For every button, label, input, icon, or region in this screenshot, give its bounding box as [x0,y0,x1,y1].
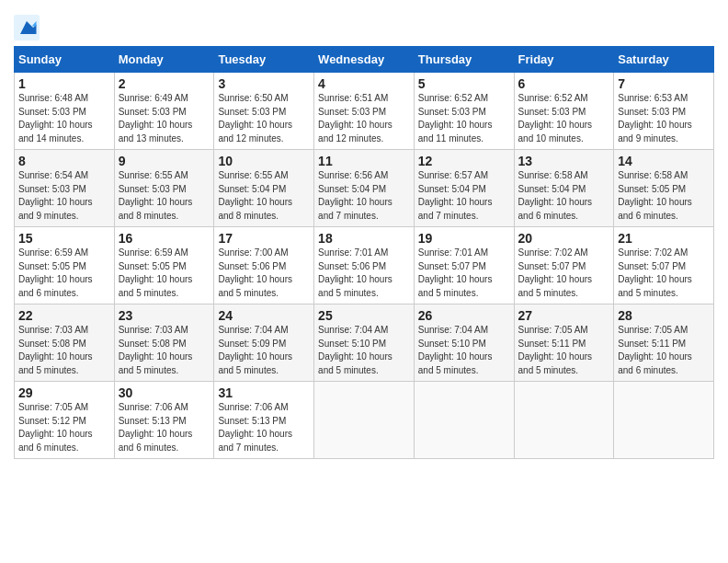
day-cell: 3 Sunrise: 6:50 AMSunset: 5:03 PMDayligh… [214,73,314,150]
week-row-2: 8 Sunrise: 6:54 AMSunset: 5:03 PMDayligh… [15,150,714,227]
day-cell: 27 Sunrise: 7:05 AMSunset: 5:11 PMDaylig… [514,304,614,382]
week-row-1: 1 Sunrise: 6:48 AMSunset: 5:03 PMDayligh… [15,73,714,150]
day-info: Sunrise: 7:00 AMSunset: 5:06 PMDaylight:… [218,247,292,298]
day-header-saturday: Saturday [614,47,714,73]
week-row-4: 22 Sunrise: 7:03 AMSunset: 5:08 PMDaylig… [15,304,714,382]
day-number: 12 [418,154,510,168]
day-cell: 22 Sunrise: 7:03 AMSunset: 5:08 PMDaylig… [15,304,115,382]
day-cell: 18 Sunrise: 7:01 AMSunset: 5:06 PMDaylig… [314,227,415,304]
day-header-tuesday: Tuesday [214,47,314,73]
day-number: 11 [318,154,410,168]
day-info: Sunrise: 6:49 AMSunset: 5:03 PMDaylight:… [119,93,193,144]
day-number: 13 [518,154,610,168]
day-cell: 20 Sunrise: 7:02 AMSunset: 5:07 PMDaylig… [514,227,614,304]
day-cell: 15 Sunrise: 6:59 AMSunset: 5:05 PMDaylig… [15,227,115,304]
header [14,9,714,40]
day-number: 25 [318,308,410,323]
day-number: 22 [18,308,110,323]
day-info: Sunrise: 6:53 AMSunset: 5:03 PMDaylight:… [618,93,692,144]
calendar-table: SundayMondayTuesdayWednesdayThursdayFrid… [14,46,714,459]
day-cell: 14 Sunrise: 6:58 AMSunset: 5:05 PMDaylig… [614,150,714,227]
week-row-3: 15 Sunrise: 6:59 AMSunset: 5:05 PMDaylig… [15,227,714,304]
day-cell: 12 Sunrise: 6:57 AMSunset: 5:04 PMDaylig… [414,150,514,227]
day-info: Sunrise: 6:58 AMSunset: 5:04 PMDaylight:… [518,170,593,221]
day-number: 16 [119,231,210,246]
day-number: 27 [518,308,610,323]
day-number: 29 [18,385,110,400]
logo-icon [14,15,40,40]
day-info: Sunrise: 7:05 AMSunset: 5:11 PMDaylight:… [518,325,593,375]
day-info: Sunrise: 6:54 AMSunset: 5:03 PMDaylight:… [18,170,93,221]
day-number: 3 [218,76,310,91]
day-header-sunday: Sunday [15,47,115,73]
day-number: 28 [618,308,710,323]
day-number: 30 [119,385,210,400]
day-number: 20 [518,231,610,246]
day-cell: 9 Sunrise: 6:55 AMSunset: 5:03 PMDayligh… [114,150,214,227]
day-cell: 28 Sunrise: 7:05 AMSunset: 5:11 PMDaylig… [614,304,714,382]
day-number: 2 [119,76,210,91]
day-cell [314,382,415,459]
day-info: Sunrise: 6:59 AMSunset: 5:05 PMDaylight:… [119,247,193,298]
day-number: 23 [119,308,210,323]
day-number: 19 [418,231,510,246]
day-number: 8 [18,154,110,168]
day-info: Sunrise: 6:59 AMSunset: 5:05 PMDaylight:… [18,247,93,298]
day-number: 15 [18,231,110,246]
day-info: Sunrise: 7:03 AMSunset: 5:08 PMDaylight:… [119,325,193,375]
day-number: 5 [418,76,510,91]
day-cell: 7 Sunrise: 6:53 AMSunset: 5:03 PMDayligh… [614,73,714,150]
day-cell: 17 Sunrise: 7:00 AMSunset: 5:06 PMDaylig… [214,227,314,304]
day-cell: 2 Sunrise: 6:49 AMSunset: 5:03 PMDayligh… [114,73,214,150]
day-header-wednesday: Wednesday [314,47,415,73]
day-info: Sunrise: 7:05 AMSunset: 5:11 PMDaylight:… [618,325,692,375]
day-cell: 30 Sunrise: 7:06 AMSunset: 5:13 PMDaylig… [114,382,214,459]
day-info: Sunrise: 6:51 AMSunset: 5:03 PMDaylight:… [318,93,392,144]
day-number: 18 [318,231,410,246]
day-info: Sunrise: 6:50 AMSunset: 5:03 PMDaylight:… [218,93,292,144]
day-info: Sunrise: 6:52 AMSunset: 5:03 PMDaylight:… [418,93,493,144]
day-cell: 19 Sunrise: 7:01 AMSunset: 5:07 PMDaylig… [414,227,514,304]
day-cell: 13 Sunrise: 6:58 AMSunset: 5:04 PMDaylig… [514,150,614,227]
day-number: 14 [618,154,710,168]
day-info: Sunrise: 7:01 AMSunset: 5:07 PMDaylight:… [418,247,493,298]
day-cell: 5 Sunrise: 6:52 AMSunset: 5:03 PMDayligh… [414,73,514,150]
day-info: Sunrise: 7:01 AMSunset: 5:06 PMDaylight:… [318,247,392,298]
day-cell: 16 Sunrise: 6:59 AMSunset: 5:05 PMDaylig… [114,227,214,304]
day-number: 6 [518,76,610,91]
day-info: Sunrise: 6:58 AMSunset: 5:05 PMDaylight:… [618,170,692,221]
day-number: 21 [618,231,710,246]
header-row: SundayMondayTuesdayWednesdayThursdayFrid… [15,47,714,73]
day-info: Sunrise: 6:48 AMSunset: 5:03 PMDaylight:… [18,93,93,144]
day-info: Sunrise: 6:56 AMSunset: 5:04 PMDaylight:… [318,170,392,221]
day-info: Sunrise: 7:06 AMSunset: 5:13 PMDaylight:… [218,402,292,453]
day-cell: 25 Sunrise: 7:04 AMSunset: 5:10 PMDaylig… [314,304,415,382]
day-info: Sunrise: 7:02 AMSunset: 5:07 PMDaylight:… [618,247,692,298]
day-info: Sunrise: 7:03 AMSunset: 5:08 PMDaylight:… [18,325,93,375]
day-number: 1 [18,76,110,91]
day-info: Sunrise: 6:55 AMSunset: 5:04 PMDaylight:… [218,170,292,221]
day-cell: 11 Sunrise: 6:56 AMSunset: 5:04 PMDaylig… [314,150,415,227]
day-cell: 1 Sunrise: 6:48 AMSunset: 5:03 PMDayligh… [15,73,115,150]
day-cell: 4 Sunrise: 6:51 AMSunset: 5:03 PMDayligh… [314,73,415,150]
day-cell: 31 Sunrise: 7:06 AMSunset: 5:13 PMDaylig… [214,382,314,459]
day-number: 17 [218,231,310,246]
day-info: Sunrise: 7:05 AMSunset: 5:12 PMDaylight:… [18,402,93,453]
day-info: Sunrise: 6:52 AMSunset: 5:03 PMDaylight:… [518,93,593,144]
day-cell [414,382,514,459]
day-cell: 26 Sunrise: 7:04 AMSunset: 5:10 PMDaylig… [414,304,514,382]
day-cell: 29 Sunrise: 7:05 AMSunset: 5:12 PMDaylig… [15,382,115,459]
day-cell [614,382,714,459]
week-row-5: 29 Sunrise: 7:05 AMSunset: 5:12 PMDaylig… [15,382,714,459]
day-cell: 24 Sunrise: 7:04 AMSunset: 5:09 PMDaylig… [214,304,314,382]
day-info: Sunrise: 7:04 AMSunset: 5:10 PMDaylight:… [318,325,392,375]
day-info: Sunrise: 7:04 AMSunset: 5:09 PMDaylight:… [218,325,292,375]
day-cell: 6 Sunrise: 6:52 AMSunset: 5:03 PMDayligh… [514,73,614,150]
day-number: 24 [218,308,310,323]
day-number: 7 [618,76,710,91]
day-number: 31 [218,385,310,400]
day-number: 26 [418,308,510,323]
day-number: 4 [318,76,410,91]
day-header-monday: Monday [114,47,214,73]
day-cell: 23 Sunrise: 7:03 AMSunset: 5:08 PMDaylig… [114,304,214,382]
